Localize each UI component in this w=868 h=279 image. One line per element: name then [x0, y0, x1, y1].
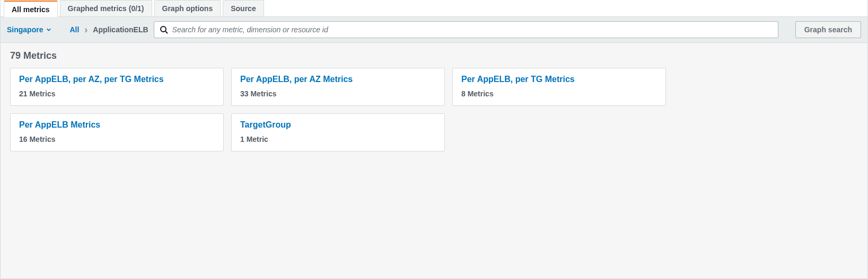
- chevron-right-icon: ›: [84, 25, 87, 34]
- breadcrumb-all[interactable]: All: [69, 25, 79, 34]
- metrics-count-heading: 79 Metrics: [10, 50, 858, 61]
- toolbar: Singapore All › ApplicationELB Graph sea…: [1, 17, 867, 43]
- metric-category-count: 33 Metrics: [240, 89, 436, 98]
- metric-category-title: TargetGroup: [240, 120, 436, 130]
- metric-category-title: Per AppELB, per TG Metrics: [461, 75, 657, 84]
- search-icon: [160, 25, 168, 34]
- metric-category-count: 21 Metrics: [19, 89, 215, 98]
- graph-search-button[interactable]: Graph search: [795, 21, 861, 38]
- breadcrumb-current: ApplicationELB: [93, 25, 148, 34]
- content-area: 79 Metrics Per AppELB, per AZ, per TG Me…: [1, 43, 867, 278]
- metric-category-card[interactable]: Per AppELB, per AZ, per TG Metrics 21 Me…: [10, 68, 224, 106]
- svg-point-0: [161, 26, 166, 32]
- metric-category-card[interactable]: TargetGroup 1 Metric: [231, 113, 445, 151]
- search-box[interactable]: [154, 21, 778, 38]
- search-input[interactable]: [172, 25, 773, 34]
- metrics-panel: All metrics Graphed metrics (0/1) Graph …: [0, 0, 868, 279]
- metric-category-title: Per AppELB, per AZ Metrics: [240, 75, 436, 84]
- metric-category-count: 1 Metric: [240, 135, 436, 143]
- metric-category-card[interactable]: Per AppELB, per TG Metrics 8 Metrics: [452, 68, 666, 106]
- tab-graphed-metrics[interactable]: Graphed metrics (0/1): [60, 0, 152, 16]
- metric-category-card[interactable]: Per AppELB, per AZ Metrics 33 Metrics: [231, 68, 445, 106]
- tab-bar: All metrics Graphed metrics (0/1) Graph …: [1, 0, 867, 17]
- metric-category-count: 8 Metrics: [461, 89, 657, 98]
- metric-category-card[interactable]: Per AppELB Metrics 16 Metrics: [10, 113, 224, 151]
- svg-line-1: [165, 31, 168, 33]
- metric-category-title: Per AppELB, per AZ, per TG Metrics: [19, 75, 215, 84]
- chevron-down-icon: [46, 27, 51, 32]
- metric-cards-grid: Per AppELB, per AZ, per TG Metrics 21 Me…: [10, 68, 858, 151]
- tab-source[interactable]: Source: [223, 0, 264, 16]
- region-selector[interactable]: Singapore: [7, 25, 51, 34]
- breadcrumb: All › ApplicationELB: [69, 25, 148, 34]
- metric-category-title: Per AppELB Metrics: [19, 120, 215, 130]
- metric-category-count: 16 Metrics: [19, 135, 215, 143]
- tab-graph-options[interactable]: Graph options: [154, 0, 221, 16]
- tab-all-metrics[interactable]: All metrics: [4, 1, 58, 17]
- region-label: Singapore: [7, 25, 43, 34]
